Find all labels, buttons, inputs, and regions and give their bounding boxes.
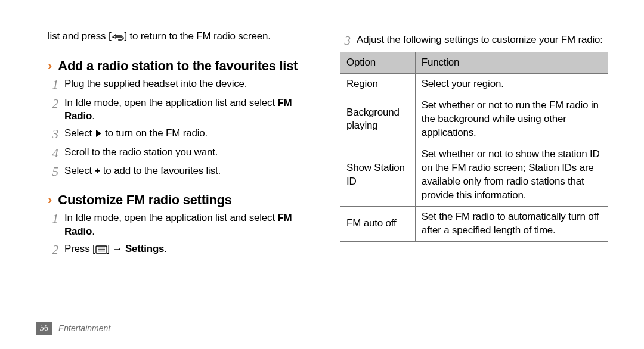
step-text-pre: Select (64, 165, 95, 176)
table-row: Background playing Set whether or not to… (340, 95, 608, 144)
intro-text-post: ] to return to the FM radio screen. (124, 30, 270, 42)
step-number: 2 (48, 96, 58, 124)
step-text-post: . (92, 226, 95, 237)
menu-icon (95, 244, 107, 258)
intro-text-pre: list and press [ (48, 30, 111, 42)
step-text-mid: ] → (107, 243, 125, 254)
step-text-pre: Select (64, 127, 95, 139)
step-text: Select + to add to the favourites list. (64, 164, 221, 179)
table-header-row: Option Function (340, 52, 608, 74)
step-number: 2 (48, 242, 58, 258)
section-label: Entertainment (58, 323, 110, 333)
step-text-post: . (164, 243, 167, 254)
play-icon (96, 130, 101, 137)
table-row: Region Select your region. (340, 74, 608, 95)
table-header-option: Option (340, 52, 416, 74)
page-number: 56 (36, 322, 52, 335)
step-row: 2 In Idle mode, open the application lis… (48, 96, 316, 124)
step-text: In Idle mode, open the application list … (64, 96, 316, 124)
option-function: Select your region. (415, 74, 608, 95)
right-column: 3 Adjust the following settings to custo… (340, 30, 608, 261)
option-function: Set whether or not to show the station I… (415, 144, 608, 206)
step-text: Press [] → Settings. (64, 242, 167, 258)
chevron-right-icon: › (48, 194, 52, 207)
step-text-bold: Settings (125, 243, 164, 254)
section-heading-customize: › Customize FM radio settings (48, 192, 316, 208)
step-text-bold: + (95, 165, 101, 176)
step-number: 1 (48, 211, 58, 239)
step-text: Adjust the following settings to customi… (357, 33, 603, 48)
step-number: 3 (48, 127, 58, 142)
step-number: 5 (48, 164, 58, 179)
step-row: 1 In Idle mode, open the application lis… (48, 211, 316, 239)
table-row: Show Station ID Set whether or not to sh… (340, 144, 608, 206)
step-text-post: . (92, 110, 95, 121)
table-header-function: Function (415, 52, 608, 74)
step-row: 5 Select + to add to the favourites list… (48, 164, 316, 179)
table-row: FM auto off Set the FM radio to automati… (340, 206, 608, 241)
back-icon (111, 32, 124, 45)
chevron-right-icon: › (48, 60, 52, 73)
step-text-post: to add to the favourites list. (100, 165, 221, 176)
step-text: Plug the supplied headset into the devic… (64, 77, 247, 92)
step-text-pre: In Idle mode, open the application list … (64, 212, 277, 223)
left-column: list and press [] to return to the FM ra… (48, 30, 316, 261)
section-title: Add a radio station to the favourites li… (58, 58, 298, 74)
continuation-line: list and press [] to return to the FM ra… (48, 30, 316, 45)
option-function: Set whether or not to run the FM radio i… (415, 95, 608, 144)
option-name: Region (340, 74, 416, 95)
step-text: In Idle mode, open the application list … (64, 211, 316, 239)
manual-page: list and press [] to return to the FM ra… (0, 0, 644, 349)
step-text-pre: In Idle mode, open the application list … (64, 97, 277, 108)
step-text: Select to turn on the FM radio. (64, 127, 208, 142)
step-row: 3 Select to turn on the FM radio. (48, 127, 316, 142)
page-footer: 56 Entertainment (36, 322, 110, 335)
step-text: Scroll to the radio station you want. (64, 146, 218, 161)
option-name: Background playing (340, 95, 416, 144)
step-number: 1 (48, 77, 58, 92)
step-row: 1 Plug the supplied headset into the dev… (48, 77, 316, 92)
step-row: 3 Adjust the following settings to custo… (340, 33, 608, 48)
section-heading-favourites: › Add a radio station to the favourites … (48, 58, 316, 74)
step-row: 4 Scroll to the radio station you want. (48, 146, 316, 161)
option-name: Show Station ID (340, 144, 416, 206)
step-number: 3 (340, 33, 351, 48)
step-text-post: to turn on the FM radio. (103, 127, 208, 139)
step-number: 4 (48, 146, 58, 161)
options-table: Option Function Region Select your regio… (340, 52, 608, 241)
step-text-pre: Press [ (64, 243, 95, 254)
step-row: 2 Press [] → Settings. (48, 242, 316, 258)
section-title: Customize FM radio settings (58, 192, 231, 208)
option-name: FM auto off (340, 206, 416, 241)
option-function: Set the FM radio to automatically turn o… (415, 206, 608, 241)
two-column-layout: list and press [] to return to the FM ra… (48, 30, 608, 261)
